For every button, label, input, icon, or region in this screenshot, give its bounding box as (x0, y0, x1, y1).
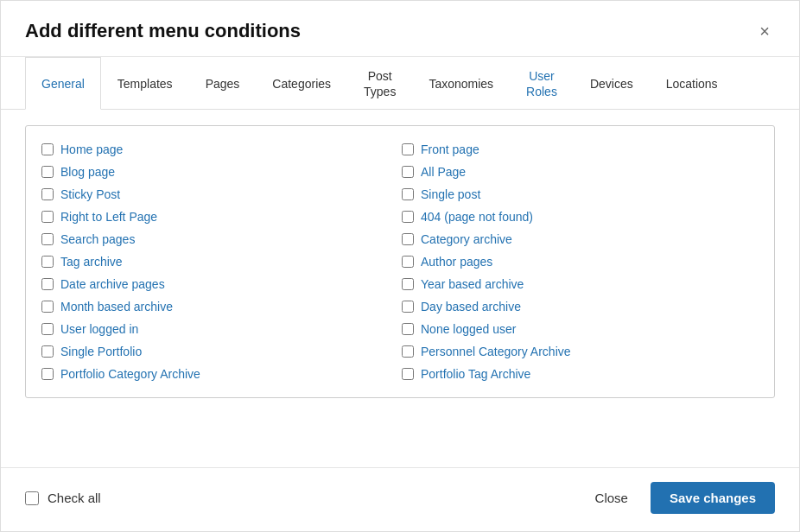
checkbox-home-page[interactable] (41, 143, 54, 155)
checkbox-label[interactable]: Sticky Post (60, 187, 120, 201)
checkbox-single-portfolio[interactable] (41, 345, 54, 358)
checkbox-item: Sticky Post (40, 183, 400, 206)
checkbox-item: Date archive pages (40, 273, 400, 295)
checkbox-label[interactable]: Date archive pages (60, 277, 165, 291)
checkbox-item: Month based archive (40, 295, 400, 318)
close-button-footer[interactable]: Close (581, 484, 642, 512)
checkbox-label[interactable]: User logged in (60, 322, 138, 336)
checkbox-label[interactable]: Single post (421, 187, 480, 201)
checkbox-item: Front page (400, 138, 760, 161)
checkbox-item: Portfolio Category Archive (40, 363, 400, 385)
checkbox-item: Right to Left Page (40, 206, 400, 228)
checkbox-label[interactable]: Search pages (60, 232, 135, 246)
tab-locations[interactable]: Locations (650, 57, 734, 110)
checkbox-search-pages[interactable] (41, 233, 54, 245)
tab-general[interactable]: General (25, 57, 101, 110)
tab-devices[interactable]: Devices (574, 57, 650, 110)
checkbox-label[interactable]: Right to Left Page (60, 210, 157, 224)
checkbox-none-logged-user[interactable] (402, 323, 414, 335)
checkbox-label[interactable]: 404 (page not found) (421, 210, 533, 224)
tab-user-roles[interactable]: User Roles (510, 57, 574, 110)
check-all-label[interactable]: Check all (48, 491, 101, 505)
checkbox-portfolio-category-archive[interactable] (41, 368, 54, 380)
checkbox-all-page[interactable] (402, 166, 414, 178)
checkbox-label[interactable]: Home page (60, 142, 123, 156)
save-changes-button[interactable]: Save changes (651, 482, 775, 514)
checkbox-item: Single post (400, 183, 760, 206)
checkbox-item: User logged in (40, 318, 400, 340)
checkbox-label[interactable]: Author pages (421, 255, 492, 269)
checkbox-personnel-category-archive[interactable] (402, 345, 414, 358)
modal: Add different menu conditions × GeneralT… (0, 0, 800, 532)
checkbox-item: Home page (40, 138, 400, 161)
checkbox-label[interactable]: Portfolio Category Archive (60, 367, 200, 381)
tabs-bar: GeneralTemplatesPagesCategoriesPost Type… (1, 57, 799, 110)
checkbox-item: Blog page (40, 161, 400, 183)
checkbox-label[interactable]: Tag archive (60, 255, 123, 269)
checkboxes-left-col: Home pageBlog pageSticky PostRight to Le… (40, 138, 400, 385)
content-area: Home pageBlog pageSticky PostRight to Le… (1, 110, 799, 467)
tab-pages[interactable]: Pages (189, 57, 257, 110)
checkbox-item: Personnel Category Archive (400, 340, 760, 363)
tab-post-types[interactable]: Post Types (347, 57, 412, 110)
checkbox-item: Day based archive (400, 295, 760, 318)
tab-categories[interactable]: Categories (256, 57, 347, 110)
checkbox-label[interactable]: None logged user (421, 322, 517, 336)
checkbox-label[interactable]: Day based archive (421, 300, 521, 314)
checkbox-label[interactable]: Portfolio Tag Archive (421, 367, 530, 381)
close-button[interactable]: × (754, 21, 775, 41)
check-all-checkbox[interactable] (25, 491, 39, 505)
tab-taxonomies[interactable]: Taxonomies (412, 57, 510, 110)
modal-title: Add different menu conditions (25, 20, 301, 42)
checkbox-404-(page-not-found)[interactable] (402, 211, 414, 223)
checkbox-item: Portfolio Tag Archive (400, 363, 760, 385)
tab-templates[interactable]: Templates (101, 57, 189, 110)
checkbox-user-logged-in[interactable] (41, 323, 54, 335)
checkbox-month-based-archive[interactable] (41, 301, 54, 313)
checkbox-blog-page[interactable] (41, 166, 54, 178)
checkbox-tag-archive[interactable] (41, 256, 54, 268)
checkbox-item: 404 (page not found) (400, 206, 760, 228)
checkbox-category-archive[interactable] (402, 233, 414, 245)
checkbox-label[interactable]: Category archive (421, 232, 512, 246)
checkbox-item: Category archive (400, 228, 760, 250)
checkbox-portfolio-tag-archive[interactable] (402, 368, 414, 380)
checkbox-label[interactable]: Single Portfolio (60, 345, 142, 358)
checkbox-label[interactable]: All Page (421, 165, 466, 179)
checkboxes-right-col: Front pageAll PageSingle post404 (page n… (400, 138, 760, 385)
check-all-wrap: Check all (25, 491, 101, 505)
checkbox-sticky-post[interactable] (41, 188, 54, 200)
checkbox-item: Tag archive (40, 250, 400, 273)
checkbox-date-archive-pages[interactable] (41, 278, 54, 290)
checkbox-item: None logged user (400, 318, 760, 340)
checkbox-front-page[interactable] (402, 143, 414, 155)
checkbox-label[interactable]: Year based archive (421, 277, 524, 291)
checkbox-author-pages[interactable] (402, 256, 414, 268)
checkbox-label[interactable]: Front page (421, 142, 479, 156)
modal-header: Add different menu conditions × (1, 1, 799, 57)
checkbox-label[interactable]: Blog page (60, 165, 115, 179)
checkbox-label[interactable]: Month based archive (60, 300, 173, 314)
checkboxes-grid: Home pageBlog pageSticky PostRight to Le… (25, 125, 775, 398)
checkbox-item: All Page (400, 161, 760, 183)
checkbox-year-based-archive[interactable] (402, 278, 414, 290)
footer-buttons: Close Save changes (581, 482, 775, 514)
checkbox-item: Year based archive (400, 273, 760, 295)
checkbox-item: Single Portfolio (40, 340, 400, 363)
footer: Check all Close Save changes (1, 467, 799, 531)
checkbox-single-post[interactable] (402, 188, 414, 200)
checkbox-day-based-archive[interactable] (402, 301, 414, 313)
checkbox-label[interactable]: Personnel Category Archive (421, 345, 571, 358)
checkbox-item: Author pages (400, 250, 760, 273)
checkbox-item: Search pages (40, 228, 400, 250)
checkbox-right-to-left-page[interactable] (41, 211, 54, 223)
